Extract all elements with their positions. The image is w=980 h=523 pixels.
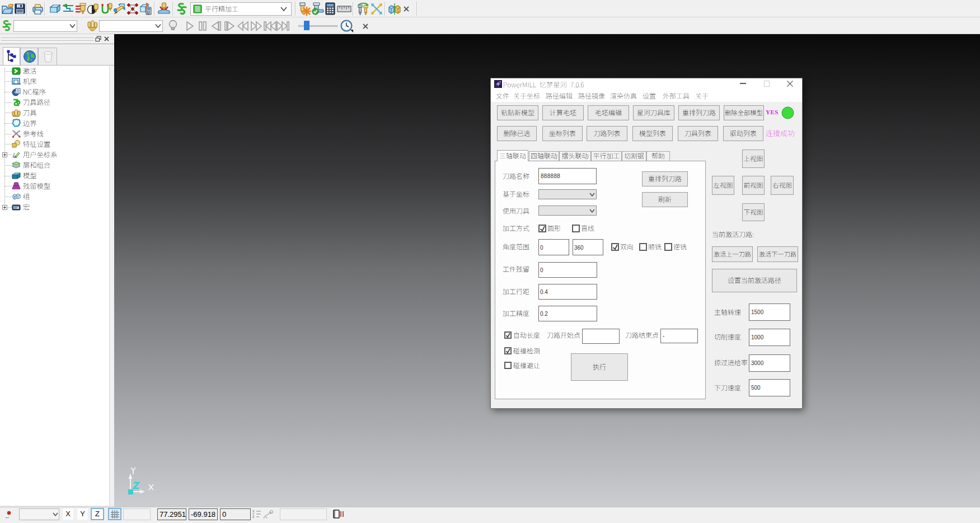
svg-text:Z: Z xyxy=(252,515,254,519)
